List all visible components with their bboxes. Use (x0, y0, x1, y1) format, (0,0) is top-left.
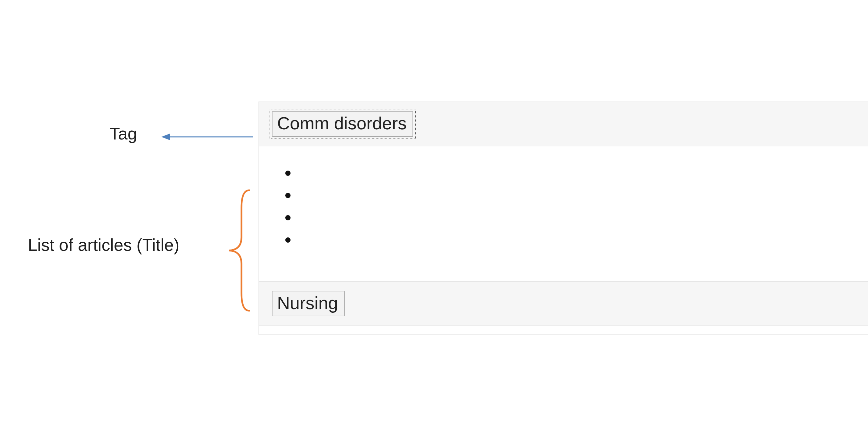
separator (259, 334, 868, 335)
curly-brace-icon (226, 188, 252, 313)
svg-marker-1 (161, 134, 170, 140)
list-item[interactable] (285, 207, 842, 229)
annotation-list-label: List of articles (Title) (28, 236, 179, 254)
annotation-tag-label: Tag (110, 124, 137, 143)
list-item[interactable] (285, 229, 842, 251)
tag-button-nursing[interactable]: Nursing (272, 291, 344, 316)
diagram-canvas: Tag List of articles (Title) Comm disord… (0, 0, 868, 426)
tag-groups-panel: Comm disorders Nursing (258, 102, 868, 335)
list-item[interactable] (285, 162, 842, 184)
article-list (259, 146, 868, 281)
article-list-items (285, 162, 842, 251)
tag-group-header: Comm disorders (259, 102, 868, 146)
arrow-left-icon (161, 132, 253, 141)
list-item[interactable] (285, 184, 842, 207)
tag-group-header: Nursing (259, 281, 868, 326)
tag-button-comm-disorders[interactable]: Comm disorders (272, 111, 413, 137)
